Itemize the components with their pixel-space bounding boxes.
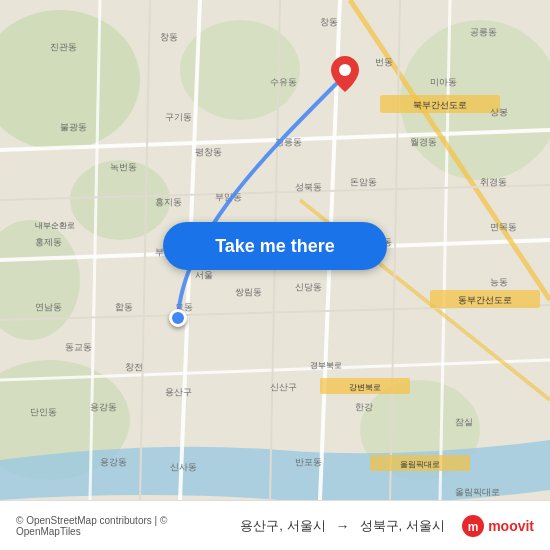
svg-text:쌍림동: 쌍림동 bbox=[235, 287, 262, 297]
svg-text:창동: 창동 bbox=[160, 32, 178, 42]
svg-text:미아동: 미아동 bbox=[430, 77, 457, 87]
svg-text:신사동: 신사동 bbox=[170, 462, 197, 472]
svg-text:능동: 능동 bbox=[490, 277, 508, 287]
origin-label: 용산구, 서울시 bbox=[240, 517, 325, 535]
take-me-there-button[interactable]: Take me there bbox=[163, 222, 387, 270]
svg-text:구기동: 구기동 bbox=[165, 112, 192, 122]
svg-text:돈암동: 돈암동 bbox=[350, 177, 377, 187]
svg-text:단인동: 단인동 bbox=[30, 407, 57, 417]
svg-text:올림픽대로: 올림픽대로 bbox=[400, 460, 440, 469]
svg-text:한강: 한강 bbox=[355, 402, 373, 412]
svg-text:용강동: 용강동 bbox=[90, 402, 117, 412]
svg-point-76 bbox=[339, 64, 351, 76]
destination-pin bbox=[331, 56, 359, 96]
svg-text:취경동: 취경동 bbox=[480, 177, 507, 187]
svg-text:용강동: 용강동 bbox=[100, 457, 127, 467]
svg-text:상봉: 상봉 bbox=[490, 107, 508, 117]
moovit-logo: m moovit bbox=[462, 515, 534, 537]
svg-text:진관동: 진관동 bbox=[50, 42, 77, 52]
svg-text:신당동: 신당동 bbox=[295, 282, 322, 292]
svg-text:동교동: 동교동 bbox=[65, 342, 92, 352]
svg-text:용산구: 용산구 bbox=[165, 387, 192, 397]
moovit-brand-name: moovit bbox=[488, 518, 534, 534]
svg-text:번동: 번동 bbox=[375, 57, 393, 67]
svg-text:경부북로: 경부북로 bbox=[310, 361, 342, 370]
svg-text:공릉동: 공릉동 bbox=[470, 27, 497, 37]
attribution: © OpenStreetMap contributors | © OpenMap… bbox=[16, 515, 231, 537]
svg-text:합동: 합동 bbox=[115, 302, 133, 312]
svg-text:서울: 서울 bbox=[195, 270, 213, 280]
osm-attribution: © OpenStreetMap contributors bbox=[16, 515, 152, 526]
svg-text:평창동: 평창동 bbox=[195, 147, 222, 157]
svg-text:강변북로: 강변북로 bbox=[349, 383, 381, 392]
origin-pin bbox=[169, 309, 187, 327]
destination-label: 성북구, 서울시 bbox=[360, 517, 445, 535]
moovit-icon: m bbox=[462, 515, 484, 537]
svg-text:창동: 창동 bbox=[320, 17, 338, 27]
svg-text:불광동: 불광동 bbox=[60, 122, 87, 132]
bottom-bar: © OpenStreetMap contributors | © OpenMap… bbox=[0, 500, 550, 550]
svg-text:녹번동: 녹번동 bbox=[110, 162, 137, 172]
svg-text:성북동: 성북동 bbox=[295, 182, 322, 192]
svg-text:월경동: 월경동 bbox=[410, 137, 437, 147]
map-container: 북부간선도로 동부간선도로 강변북로 올림픽대로 진관동 창동 창동 공릉동 불… bbox=[0, 0, 550, 500]
svg-text:부암동: 부암동 bbox=[215, 192, 242, 202]
svg-text:홍제동: 홍제동 bbox=[35, 237, 62, 247]
svg-text:면목동: 면목동 bbox=[490, 222, 517, 232]
svg-text:동부간선도로: 동부간선도로 bbox=[458, 295, 512, 305]
svg-text:내부순환로: 내부순환로 bbox=[35, 221, 75, 230]
arrow-icon: → bbox=[336, 518, 350, 534]
svg-text:북부간선도로: 북부간선도로 bbox=[413, 100, 467, 110]
svg-text:올림픽대로: 올림픽대로 bbox=[455, 487, 500, 497]
svg-text:창전: 창전 bbox=[125, 362, 143, 372]
svg-text:연남동: 연남동 bbox=[35, 302, 62, 312]
svg-text:잠실: 잠실 bbox=[455, 417, 473, 427]
svg-text:반포동: 반포동 bbox=[295, 457, 322, 467]
svg-text:정릉동: 정릉동 bbox=[275, 137, 302, 147]
svg-text:m: m bbox=[468, 520, 479, 534]
svg-text:흥지동: 흥지동 bbox=[155, 197, 182, 207]
route-navigation: 용산구, 서울시 → 성북구, 서울시 bbox=[235, 517, 450, 535]
svg-text:수유동: 수유동 bbox=[270, 77, 297, 87]
svg-text:신산구: 신산구 bbox=[270, 382, 297, 392]
